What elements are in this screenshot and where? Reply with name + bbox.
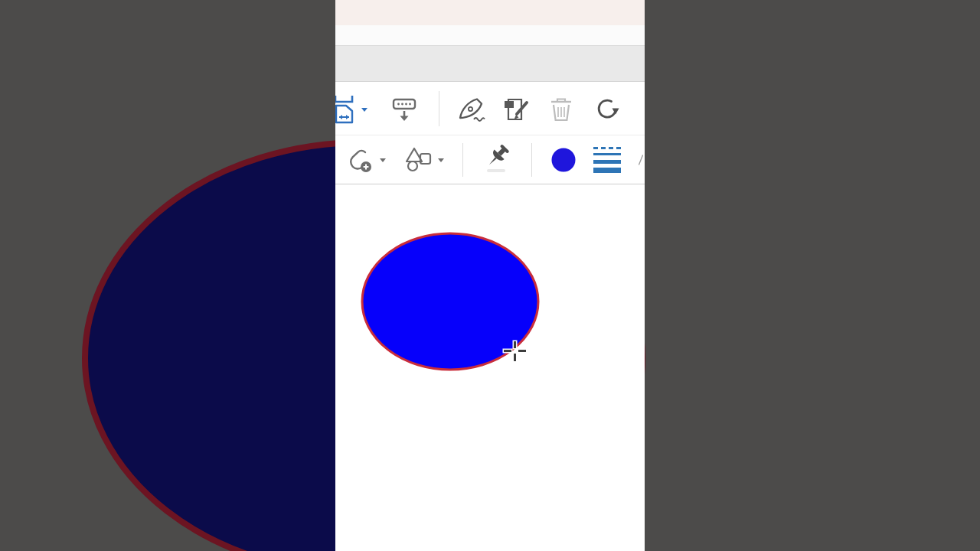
line-dashed (593, 147, 621, 149)
text-tool-partial-icon (639, 145, 645, 175)
line-thick (593, 168, 621, 173)
toolbar-separator (531, 143, 532, 177)
text-tool-partial[interactable] (639, 142, 645, 178)
app-tab-band (335, 46, 645, 82)
shapes-icon (402, 144, 434, 176)
trash-button[interactable] (544, 93, 578, 126)
color-swatch (550, 147, 577, 173)
pushpin-icon (479, 142, 513, 178)
toolbar-row-1 (335, 82, 645, 135)
chevron-down-icon (438, 158, 444, 162)
crosshair-arm (518, 350, 526, 352)
ellipse-annotation[interactable] (362, 233, 538, 370)
toolbar-separator (462, 143, 463, 177)
crosshair-arm (514, 354, 516, 361)
toolbar-row-2 (335, 135, 645, 184)
dock-toolbar-button[interactable] (387, 93, 421, 126)
line-thin (593, 153, 621, 155)
line-weight-icon (593, 147, 621, 173)
shapes-button[interactable] (400, 142, 446, 178)
attach-file-button[interactable] (343, 142, 387, 178)
resize-pages-icon (335, 93, 358, 126)
app-subheader-band (335, 25, 645, 46)
fill-and-sign-icon (457, 96, 488, 123)
line-medium (593, 160, 621, 164)
toolbar-separator (439, 91, 439, 126)
line-weight-button[interactable] (593, 145, 622, 175)
edit-document-icon (501, 95, 531, 124)
edit-document-button[interactable] (499, 93, 533, 126)
fill-and-sign-button[interactable] (456, 93, 489, 126)
pushpin-button[interactable] (478, 141, 514, 179)
trash-icon (547, 95, 575, 124)
attach-file-icon (345, 144, 376, 176)
redo-button[interactable] (590, 93, 624, 126)
dock-toolbar-icon (390, 95, 419, 124)
video-frame (0, 0, 980, 551)
resize-pages-button[interactable] (335, 93, 371, 126)
app-header-band (335, 0, 645, 25)
chevron-down-icon (361, 108, 368, 112)
color-swatch-button[interactable] (550, 144, 577, 176)
chevron-down-icon (380, 158, 386, 162)
crosshair-arm (514, 341, 516, 348)
crosshair-arm (504, 350, 511, 352)
redo-icon (593, 96, 621, 123)
